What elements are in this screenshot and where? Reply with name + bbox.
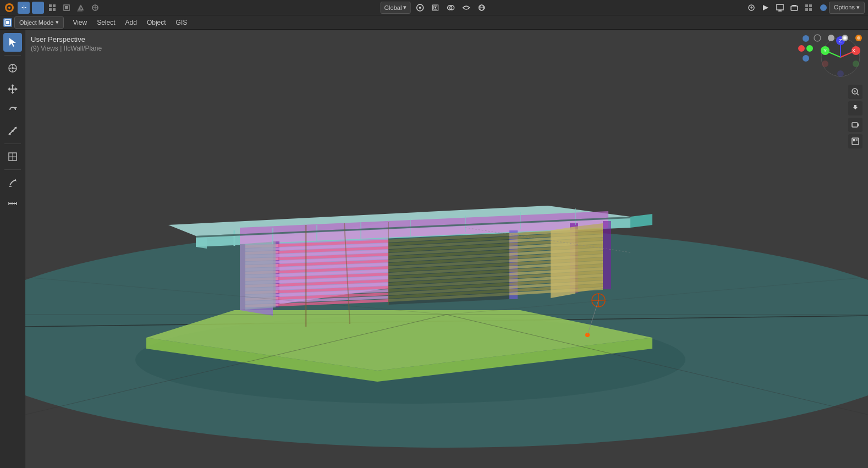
svg-line-207 — [857, 93, 859, 95]
mode-icon — [3, 18, 12, 27]
svg-marker-43 — [9, 38, 16, 47]
viewport-shading-icons — [811, 31, 865, 45]
scale-tool-btn[interactable] — [3, 122, 22, 140]
icon-btn-6[interactable] — [89, 2, 101, 14]
status-dots — [820, 4, 827, 11]
svg-marker-52 — [11, 84, 14, 86]
proportional-edit-btn[interactable] — [414, 2, 426, 14]
viewport-shading-dropdown[interactable]: Global ▾ — [381, 2, 411, 14]
snap-btn[interactable] — [429, 2, 441, 14]
object-mode-dropdown[interactable]: Object Mode ▾ — [14, 16, 64, 29]
y-dot — [806, 45, 813, 52]
svg-marker-166 — [240, 241, 276, 310]
measure-tool-btn[interactable] — [3, 194, 22, 213]
svg-marker-54 — [8, 87, 10, 91]
svg-rect-7 — [53, 8, 56, 11]
svg-rect-33 — [809, 4, 812, 7]
overlay-btn[interactable] — [444, 2, 457, 14]
z-dot — [803, 35, 809, 42]
select-tool-btn[interactable] — [3, 33, 22, 52]
top-bar-right: Options ▾ — [745, 2, 865, 14]
menu-bar: Object Mode ▾ View Select Add Object GIS — [0, 15, 868, 30]
global-label: Global — [384, 4, 402, 11]
svg-marker-53 — [11, 92, 14, 94]
svg-point-39 — [828, 35, 834, 41]
xray-btn[interactable] — [460, 2, 472, 14]
svg-marker-167 — [551, 227, 575, 298]
xy-dots — [798, 45, 813, 52]
icon-btn-4[interactable] — [61, 2, 73, 14]
svg-point-203 — [822, 60, 828, 67]
svg-point-204 — [853, 60, 859, 67]
icon-btn-5[interactable] — [75, 2, 87, 14]
move-tool-btn[interactable] — [3, 80, 22, 98]
svg-point-16 — [419, 7, 421, 9]
render-btn[interactable] — [848, 134, 862, 148]
svg-rect-31 — [792, 5, 796, 6]
cursor-tool-btn[interactable]: ⊹ — [18, 2, 30, 14]
render-engine-btn[interactable] — [760, 2, 772, 14]
toolbar-separator-3 — [4, 169, 21, 170]
cursor-tool-btn-left[interactable] — [3, 59, 22, 78]
svg-point-60 — [12, 130, 14, 132]
svg-rect-5 — [53, 4, 56, 7]
svg-rect-37 — [6, 21, 9, 24]
svg-rect-27 — [777, 4, 783, 10]
dot-blue — [820, 4, 827, 11]
svg-rect-213 — [853, 139, 855, 141]
svg-rect-9 — [65, 6, 68, 9]
menu-select[interactable]: Select — [92, 16, 119, 29]
solid-shading-btn[interactable] — [825, 32, 837, 44]
mode-selector: Object Mode ▾ — [3, 16, 64, 29]
view-layer-btn[interactable] — [788, 2, 800, 14]
scene-icon-btn[interactable] — [745, 2, 757, 14]
top-bar-left: ⊹ — [3, 2, 101, 14]
menu-gis[interactable]: GIS — [172, 16, 192, 29]
pan-btn[interactable] — [848, 101, 862, 115]
options-button[interactable]: Options ▾ — [829, 2, 865, 14]
svg-point-42 — [857, 36, 860, 40]
zoom-btn[interactable] — [848, 85, 862, 99]
svg-rect-34 — [805, 8, 808, 11]
axis-indicators — [798, 35, 813, 62]
svg-rect-32 — [805, 4, 808, 7]
svg-marker-168 — [575, 223, 603, 293]
svg-text:Y: Y — [823, 48, 827, 53]
menu-add[interactable]: Add — [121, 16, 141, 29]
menu-view[interactable]: View — [68, 16, 91, 29]
svg-point-49 — [12, 67, 14, 69]
blender-logo-btn[interactable] — [3, 2, 15, 14]
svg-point-40 — [842, 35, 848, 41]
svg-rect-6 — [49, 8, 52, 11]
top-bar-center: Global ▾ — [381, 2, 488, 14]
svg-marker-169 — [388, 233, 509, 305]
svg-point-38 — [814, 35, 821, 41]
output-btn[interactable] — [774, 2, 786, 14]
rotate-tool-btn[interactable] — [3, 101, 22, 119]
x-dot — [798, 45, 805, 52]
workspaces-btn[interactable] — [803, 2, 815, 14]
svg-point-205 — [837, 70, 844, 77]
3d-scene — [25, 30, 868, 468]
transform-btn[interactable] — [46, 2, 58, 14]
rendered-shading-btn[interactable] — [853, 32, 865, 44]
toolbar-separator-2 — [4, 144, 21, 144]
transform-tool-btn[interactable] — [3, 147, 22, 166]
wireframe-shading-btn[interactable] — [811, 32, 823, 44]
shading-wire-btn[interactable] — [475, 2, 487, 14]
menu-object[interactable]: Object — [142, 16, 171, 29]
svg-point-19 — [435, 7, 436, 8]
svg-rect-210 — [852, 123, 858, 127]
viewport[interactable]: User Perspective (9) Views | IfcWall/Pla… — [25, 30, 868, 468]
svg-marker-89 — [603, 221, 611, 289]
viewport-right-icons — [848, 85, 862, 148]
left-toolbar — [0, 30, 25, 468]
camera-view-btn[interactable] — [848, 118, 862, 132]
annotate-tool-btn[interactable] — [3, 173, 22, 192]
svg-rect-35 — [809, 8, 812, 11]
box-select-btn[interactable] — [32, 2, 44, 14]
svg-marker-82 — [196, 236, 207, 249]
material-shading-btn[interactable] — [839, 32, 851, 44]
svg-point-2 — [8, 7, 10, 9]
toolbar-separator-1 — [4, 55, 21, 56]
